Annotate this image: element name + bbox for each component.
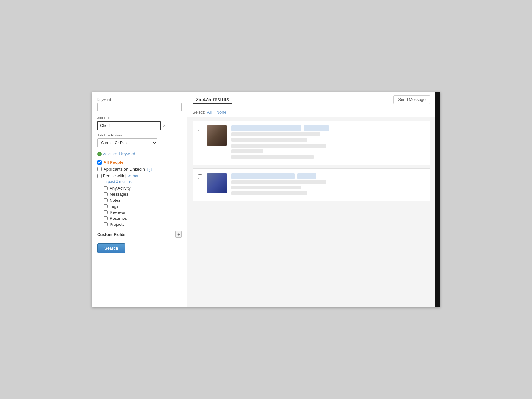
job-title-history-select[interactable]: Current Past Current Or Past: [97, 138, 157, 147]
globe-icon: [97, 152, 102, 156]
clear-job-title-button[interactable]: ×: [162, 123, 167, 128]
select-label: Select:: [193, 110, 205, 115]
content-area: 26,475 results Send Message Select: All …: [187, 92, 435, 307]
app-container: Keyword Job Title × Job Title History: C…: [92, 92, 440, 307]
job-title-field-group: Job Title × Job Title History: Current P…: [97, 116, 182, 147]
notes-filter: Notes: [104, 198, 182, 203]
job-title-wrapper: ×: [97, 121, 182, 130]
result-2-detail1: [231, 186, 301, 189]
select-all-link[interactable]: All: [207, 110, 212, 115]
tags-label: Tags: [110, 204, 118, 209]
all-people-filter: All People: [97, 160, 182, 165]
add-custom-field-button[interactable]: +: [175, 231, 182, 238]
projects-label: Projects: [110, 222, 124, 227]
people-with-checkbox[interactable]: [97, 174, 102, 178]
projects-checkbox[interactable]: [104, 222, 108, 226]
advanced-keyword-link[interactable]: Advanced keyword: [97, 152, 182, 156]
applicants-filter: Applicants on LinkedIn ?: [97, 167, 182, 172]
tags-checkbox[interactable]: [104, 204, 108, 208]
count-number: 26,475: [196, 97, 211, 102]
result-2-checkbox[interactable]: [198, 174, 202, 179]
notes-label: Notes: [110, 198, 120, 203]
result-2-name: [231, 173, 295, 179]
projects-filter: Projects: [104, 222, 182, 227]
result-1-name-row: [231, 125, 425, 131]
avatar-1-image: [207, 125, 227, 146]
results-count-wrapper: 26,475 results: [193, 96, 232, 104]
results-count: 26,475 results: [193, 96, 232, 104]
all-people-label: All People: [104, 160, 124, 165]
notes-checkbox[interactable]: [104, 198, 108, 202]
result-1-content: [231, 125, 425, 161]
any-activity-filter: Any Activity: [104, 186, 182, 191]
keyword-field-group: Keyword: [97, 98, 182, 111]
applicants-checkbox[interactable]: [97, 167, 102, 171]
reviews-filter: Reviews: [104, 210, 182, 215]
result-2-extra: [231, 191, 425, 195]
result-1-extra: [231, 155, 425, 159]
select-row: Select: All | None: [187, 107, 435, 117]
right-border: [435, 92, 440, 307]
job-title-input[interactable]: [97, 121, 161, 130]
select-divider: |: [213, 110, 214, 115]
job-title-history-label: Job Title History:: [97, 133, 182, 137]
select-none-link[interactable]: None: [217, 110, 226, 115]
resumes-filter: Resumes: [104, 216, 182, 221]
reviews-checkbox[interactable]: [104, 210, 108, 214]
any-activity-label: Any Activity: [110, 186, 130, 191]
any-activity-checkbox[interactable]: [104, 186, 108, 190]
custom-fields-row: Custom Fields +: [97, 231, 182, 238]
result-1-checkbox[interactable]: [198, 127, 202, 131]
resumes-label: Resumes: [110, 216, 127, 221]
search-button[interactable]: Search: [97, 243, 125, 253]
results-list: [187, 117, 435, 208]
help-icon[interactable]: ?: [147, 167, 152, 172]
applicants-label: Applicants on LinkedIn: [104, 167, 145, 172]
send-message-button[interactable]: Send Message: [393, 95, 430, 104]
result-1-extra-line: [231, 155, 314, 159]
people-with-row: People with | without: [97, 174, 182, 178]
result-1-detail2: [231, 149, 263, 153]
messages-label: Messages: [110, 192, 128, 197]
result-2-avatar: [207, 173, 227, 193]
filter-section: All People Applicants on LinkedIn ? Peop…: [97, 160, 182, 227]
custom-fields-label: Custom Fields: [97, 232, 126, 237]
resumes-checkbox[interactable]: [104, 216, 108, 220]
tags-filter: Tags: [104, 204, 182, 209]
all-people-checkbox[interactable]: [97, 160, 102, 165]
result-2-content: [231, 173, 425, 197]
result-1-avatar: [207, 125, 227, 146]
keyword-label: Keyword: [97, 98, 182, 102]
advanced-keyword-label: Advanced keyword: [103, 152, 135, 156]
job-title-label: Job Title: [97, 116, 182, 120]
result-1-title: [231, 132, 320, 136]
result-1-company: [231, 138, 307, 142]
people-with-label: People with |: [103, 174, 126, 178]
keyword-input[interactable]: [97, 103, 182, 111]
avatar-2-image: [207, 173, 227, 193]
result-1-name: [231, 125, 301, 131]
sub-filters: Any Activity Messages Notes Tags Reviews: [104, 186, 182, 227]
result-2-name-row: [231, 173, 425, 179]
in-past-label: In past 3 months: [104, 180, 182, 184]
sidebar: Keyword Job Title × Job Title History: C…: [92, 92, 187, 307]
without-link[interactable]: without: [128, 174, 141, 178]
result-item: [193, 168, 430, 201]
result-2-extra-line: [231, 191, 307, 195]
messages-filter: Messages: [104, 192, 182, 197]
count-label: results: [212, 97, 229, 102]
result-1-badge: [304, 125, 329, 131]
result-item: [193, 121, 430, 165]
result-1-detail1: [231, 144, 326, 148]
result-2-title: [231, 180, 326, 184]
result-2-badge: [297, 173, 316, 179]
reviews-label: Reviews: [110, 210, 125, 215]
content-header: 26,475 results Send Message: [187, 92, 435, 107]
messages-checkbox[interactable]: [104, 192, 108, 196]
